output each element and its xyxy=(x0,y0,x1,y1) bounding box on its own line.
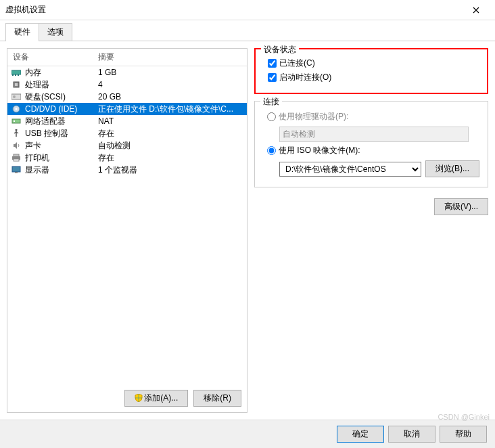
connection-group: 连接 使用物理驱动器(P): 自动检测 使用 ISO 映像文件(M): D:\软… xyxy=(254,101,488,187)
display-icon xyxy=(10,165,22,175)
device-list[interactable]: 内存 1 GB 处理器 4 硬盘(SCSI) 20 GB CD/DVD (IDE… xyxy=(7,66,247,384)
svg-rect-11 xyxy=(14,120,15,122)
cancel-button[interactable]: 取消 xyxy=(388,426,435,443)
cpu-icon xyxy=(10,80,22,89)
device-row-memory[interactable]: 内存 1 GB xyxy=(7,66,247,79)
device-row-usb[interactable]: USB 控制器 存在 xyxy=(7,127,247,139)
physical-radio[interactable] xyxy=(267,112,276,121)
svg-rect-17 xyxy=(15,172,18,173)
physical-select: 自动检测 xyxy=(279,127,469,142)
tab-hardware[interactable]: 硬件 xyxy=(5,23,39,41)
iso-path-combo[interactable]: D:\软件包\镜像文件\CentOS xyxy=(279,162,421,177)
window-title: 虚拟机设置 xyxy=(5,4,463,16)
iso-radio[interactable] xyxy=(267,146,276,155)
help-button[interactable]: 帮助 xyxy=(440,426,487,443)
dialog-footer: 确定 取消 帮助 xyxy=(0,420,495,448)
svg-rect-15 xyxy=(14,159,19,161)
device-row-cd[interactable]: CD/DVD (IDE) 正在使用文件 D:\软件包\镜像文件\C... xyxy=(7,103,247,115)
col-device: 设备 xyxy=(10,51,98,63)
connected-checkbox[interactable] xyxy=(268,59,277,68)
device-row-sound[interactable]: 声卡 自动检测 xyxy=(7,139,247,152)
device-row-display[interactable]: 显示器 1 个监视器 xyxy=(7,164,247,176)
checkbox-connected[interactable]: 已连接(C) xyxy=(268,58,479,69)
svg-rect-1 xyxy=(12,74,14,76)
svg-rect-13 xyxy=(14,154,19,156)
svg-rect-0 xyxy=(11,70,21,74)
vm-settings-dialog: 虚拟机设置 硬件 选项 设备 摘要 内存 1 GB 处理器 xyxy=(0,0,495,448)
ok-button[interactable]: 确定 xyxy=(337,426,384,443)
network-icon xyxy=(10,116,22,126)
close-icon xyxy=(473,7,479,14)
shield-icon xyxy=(135,394,143,402)
svg-rect-10 xyxy=(12,119,20,123)
device-row-printer[interactable]: 打印机 存在 xyxy=(7,152,247,164)
remove-button[interactable]: 移除(R) xyxy=(193,390,241,407)
svg-rect-2 xyxy=(15,74,16,76)
content-area: 设备 摘要 内存 1 GB 处理器 4 硬盘(SCSI) 20 GB xyxy=(0,41,495,420)
tab-bar: 硬件 选项 xyxy=(0,20,495,41)
device-state-group: 设备状态 已连接(C) 启动时连接(O) xyxy=(254,48,488,94)
col-summary: 摘要 xyxy=(98,51,244,63)
settings-panel: 设备状态 已连接(C) 启动时连接(O) 连接 使用物理驱动器(P): 自动检测 xyxy=(254,48,488,413)
close-button[interactable] xyxy=(463,1,490,20)
sound-icon xyxy=(10,141,22,150)
memory-icon xyxy=(10,68,22,77)
device-panel: 设备 摘要 内存 1 GB 处理器 4 硬盘(SCSI) 20 GB xyxy=(7,48,248,413)
titlebar: 虚拟机设置 xyxy=(0,0,495,20)
connect-on-start-checkbox[interactable] xyxy=(268,73,277,82)
svg-point-7 xyxy=(13,95,16,98)
advanced-wrap: 高级(V)... xyxy=(254,198,488,215)
add-button[interactable]: 添加(A)... xyxy=(124,390,188,407)
svg-rect-3 xyxy=(18,74,19,76)
cd-icon xyxy=(10,104,22,114)
svg-point-9 xyxy=(16,108,18,110)
device-buttons: 添加(A)... 移除(R) xyxy=(7,384,247,412)
iso-row: D:\软件包\镜像文件\CentOS 浏览(B)... xyxy=(279,160,479,177)
svg-point-12 xyxy=(16,129,18,131)
connection-title: 连接 xyxy=(260,96,282,108)
device-state-title: 设备状态 xyxy=(261,44,299,55)
tab-options[interactable]: 选项 xyxy=(39,23,72,41)
physical-select-wrap: 自动检测 xyxy=(279,127,479,142)
device-row-disk[interactable]: 硬盘(SCSI) 20 GB xyxy=(7,91,247,103)
checkbox-connect-on-start[interactable]: 启动时连接(O) xyxy=(268,72,479,83)
browse-button[interactable]: 浏览(B)... xyxy=(425,160,479,177)
advanced-button[interactable]: 高级(V)... xyxy=(434,198,488,215)
radio-physical[interactable]: 使用物理驱动器(P): xyxy=(267,111,479,122)
device-list-header: 设备 摘要 xyxy=(7,49,247,66)
device-row-net[interactable]: 网络适配器 NAT xyxy=(7,115,247,127)
svg-rect-16 xyxy=(12,166,20,172)
printer-icon xyxy=(10,153,22,162)
device-row-cpu[interactable]: 处理器 4 xyxy=(7,79,247,91)
usb-icon xyxy=(10,129,22,138)
disk-icon xyxy=(10,92,22,102)
radio-iso[interactable]: 使用 ISO 映像文件(M): xyxy=(267,145,479,156)
svg-rect-5 xyxy=(15,83,18,86)
